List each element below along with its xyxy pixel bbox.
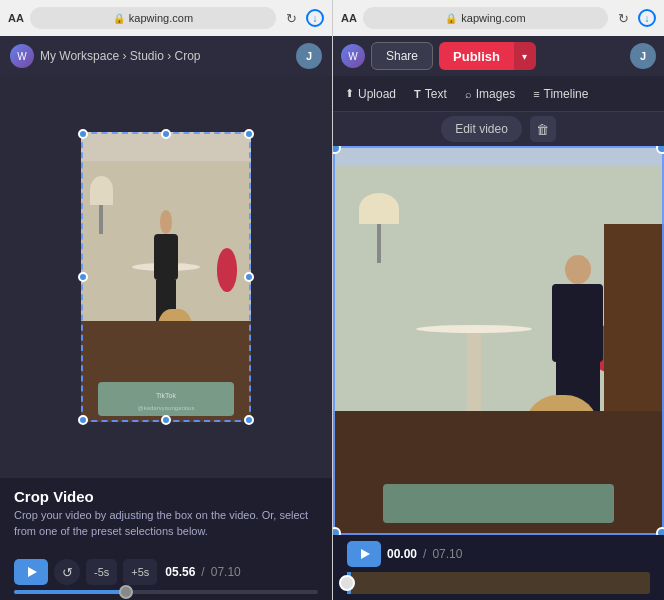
- trash-button[interactable]: 🗑: [530, 116, 556, 142]
- url-bar-right[interactable]: 🔒 kapwing.com: [363, 7, 608, 29]
- images-label: Images: [476, 87, 515, 101]
- playback-bar-left: ↺ -5s +5s 05.56 / 07.10: [0, 555, 332, 600]
- lock-icon-left: 🔒: [113, 13, 125, 24]
- crop-frame[interactable]: TikTok @kedarvyoungarious: [81, 132, 251, 422]
- breadcrumb-left: My Workspace › Studio › Crop: [40, 49, 290, 63]
- browser-bar-left: AA 🔒 kapwing.com ↻ ↓: [0, 0, 332, 36]
- scrubber-right[interactable]: [347, 572, 650, 594]
- edit-video-button[interactable]: Edit video: [441, 116, 522, 142]
- text-button[interactable]: T Text: [406, 80, 455, 108]
- upload-button[interactable]: ⬆ Upload: [337, 80, 404, 108]
- browser-bar-right: AA 🔒 kapwing.com ↻ ↓: [333, 0, 664, 36]
- timeline-icon: ≡: [533, 88, 539, 100]
- skip-back-button[interactable]: -5s: [86, 559, 117, 585]
- total-time-right: 07.10: [432, 547, 462, 561]
- play-button-left[interactable]: [14, 559, 48, 585]
- nav-bar-left: W My Workspace › Studio › Crop J: [0, 36, 332, 76]
- text-label: Text: [425, 87, 447, 101]
- crop-handle-mr[interactable]: [244, 272, 254, 282]
- trash-icon: 🗑: [536, 122, 549, 137]
- url-text-right: kapwing.com: [461, 12, 525, 24]
- images-button[interactable]: ⌕ Images: [457, 80, 523, 108]
- current-time-right: 00.00: [387, 547, 417, 561]
- separator-left: /: [201, 565, 204, 579]
- upload-icon: ⬆: [345, 87, 354, 100]
- playback-bar-right: 00.00 / 07.10: [333, 535, 664, 600]
- edit-video-bar: Edit video 🗑: [333, 112, 664, 146]
- play-icon-right: [361, 549, 370, 559]
- download-icon-right[interactable]: ↓: [638, 9, 656, 27]
- current-time-left: 05.56: [165, 565, 195, 579]
- crop-handle-ml[interactable]: [78, 272, 88, 282]
- aa-label-right: AA: [341, 12, 357, 24]
- workspace-avatar-left[interactable]: W: [10, 44, 34, 68]
- publish-button[interactable]: Publish: [439, 42, 514, 70]
- publish-dropdown-button[interactable]: ▾: [514, 42, 536, 70]
- progress-bar-left[interactable]: [14, 590, 318, 594]
- url-text-left: kapwing.com: [129, 12, 193, 24]
- video-container-right: [333, 146, 664, 535]
- crop-info: Crop Video Crop your video by adjusting …: [0, 478, 332, 555]
- crop-handle-tm[interactable]: [161, 129, 171, 139]
- video-thumbnail-right: [333, 146, 664, 535]
- crop-overlay: [81, 132, 251, 422]
- crop-title: Crop Video: [14, 488, 318, 505]
- crop-handle-bl[interactable]: [78, 415, 88, 425]
- video-container-left: TikTok @kedarvyoungarious: [0, 76, 332, 478]
- right-phone: AA 🔒 kapwing.com ↻ ↓ W Share Publish ▾ J…: [332, 0, 664, 600]
- toolbar-right: ⬆ Upload T Text ⌕ Images ≡ Timeline: [333, 76, 664, 112]
- progress-thumb-left[interactable]: [119, 585, 133, 599]
- crop-handle-tr[interactable]: [244, 129, 254, 139]
- progress-fill-left: [14, 590, 126, 594]
- play-icon-left: [28, 567, 37, 577]
- share-button[interactable]: Share: [371, 42, 433, 70]
- url-bar-left[interactable]: 🔒 kapwing.com: [30, 7, 276, 29]
- crop-handle-br[interactable]: [244, 415, 254, 425]
- upload-label: Upload: [358, 87, 396, 101]
- controls-row-left: ↺ -5s +5s 05.56 / 07.10: [14, 559, 318, 585]
- reload-icon-left[interactable]: ↻: [282, 9, 300, 27]
- publish-button-group: Publish ▾: [439, 42, 536, 70]
- video-area-right: [333, 146, 664, 535]
- aa-label-left: AA: [8, 12, 24, 24]
- left-phone: AA 🔒 kapwing.com ↻ ↓ W My Workspace › St…: [0, 0, 332, 600]
- replay-button[interactable]: ↺: [54, 559, 80, 585]
- controls-row-right: 00.00 / 07.10: [347, 541, 650, 567]
- crop-handle-bm[interactable]: [161, 415, 171, 425]
- play-button-right[interactable]: [347, 541, 381, 567]
- timeline-button[interactable]: ≡ Timeline: [525, 80, 596, 108]
- timeline-label: Timeline: [544, 87, 589, 101]
- text-icon: T: [414, 88, 421, 100]
- user-avatar-left[interactable]: J: [296, 43, 322, 69]
- scrubber-playhead[interactable]: [339, 575, 355, 591]
- scrubber-track: [347, 572, 650, 594]
- lock-icon-right: 🔒: [445, 13, 457, 24]
- workspace-avatar-right[interactable]: W: [341, 44, 365, 68]
- total-time-left: 07.10: [211, 565, 241, 579]
- crop-description: Crop your video by adjusting the box on …: [14, 508, 318, 539]
- crop-handle-tl[interactable]: [78, 129, 88, 139]
- separator-right: /: [423, 547, 426, 561]
- images-icon: ⌕: [465, 88, 472, 100]
- video-area-left: TikTok @kedarvyoungarious: [0, 76, 332, 478]
- user-avatar-right[interactable]: J: [630, 43, 656, 69]
- reload-icon-right[interactable]: ↻: [614, 9, 632, 27]
- nav-bar-right: W Share Publish ▾ J: [333, 36, 664, 76]
- download-icon-left[interactable]: ↓: [306, 9, 324, 27]
- skip-forward-button[interactable]: +5s: [123, 559, 157, 585]
